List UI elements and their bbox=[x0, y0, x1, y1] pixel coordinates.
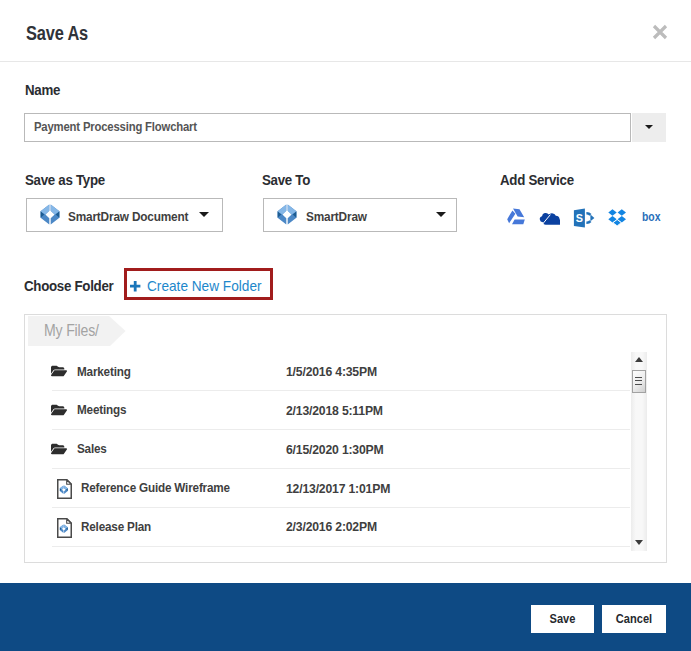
svg-text:S: S bbox=[575, 212, 582, 224]
